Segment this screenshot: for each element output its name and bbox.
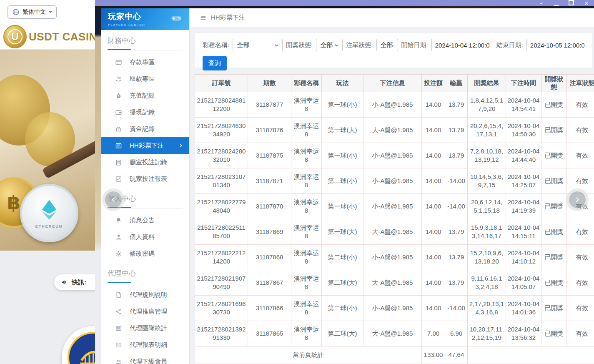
caret-down-icon bbox=[49, 11, 52, 13]
ticker-label: 快訊: bbox=[72, 279, 86, 286]
cell-lottery: 澳洲幸运8 bbox=[291, 245, 322, 270]
cell-info: 小-A盤@1.985 bbox=[363, 194, 422, 219]
brand-logo: U USDT CASINO bbox=[3, 25, 95, 48]
cell-lottery: 澳洲幸运8 bbox=[291, 168, 322, 194]
column-header: 玩法 bbox=[322, 75, 363, 92]
cell-period: 31187865 bbox=[248, 321, 291, 346]
cell-amount: 14.00 bbox=[422, 245, 445, 270]
sidebar-item[interactable]: 廳室投註記錄 bbox=[101, 154, 189, 171]
sidebar-item-label: 消息公告 bbox=[130, 216, 155, 224]
end-date-input[interactable] bbox=[526, 39, 588, 51]
cell-time: 2024-10-04 13:56:32 bbox=[506, 321, 541, 346]
cell-lottery: 澳洲幸运8 bbox=[291, 92, 322, 118]
sidebar-item-label: 資金記錄 bbox=[130, 125, 155, 133]
cell-amount: 14.00 bbox=[422, 219, 445, 245]
cell-lottery: 澳洲幸运8 bbox=[291, 321, 322, 346]
cell-draw_status: 已開獎 bbox=[541, 194, 567, 219]
sidebar-item[interactable]: 提現記錄 bbox=[101, 104, 189, 120]
cell-amount: 14.00 bbox=[422, 296, 445, 321]
cell-order: 2152172802277948040 bbox=[195, 194, 248, 219]
cell-order: 2152172802310701340 bbox=[195, 168, 248, 194]
doc-icon bbox=[115, 291, 122, 299]
column-header: 投注額 bbox=[422, 75, 445, 92]
chevron-down-icon bbox=[274, 43, 279, 48]
cell-winloss: 13.79 bbox=[445, 245, 468, 270]
globe-icon bbox=[12, 8, 20, 16]
sidebar-item-label: 取款專區 bbox=[130, 75, 155, 83]
draw-status-select[interactable]: 全部 bbox=[316, 39, 343, 51]
sidebar-item[interactable]: 代理報表明細 bbox=[101, 336, 189, 353]
sidebar-item[interactable]: 修改密碼 bbox=[101, 245, 189, 262]
sidebar-item[interactable]: 存款專區 bbox=[101, 54, 189, 70]
cell-time: 2024-10-04 14:44:40 bbox=[506, 143, 541, 168]
sidebar-item-label: 充值記錄 bbox=[130, 92, 155, 100]
sidebar-item[interactable]: 代理規則說明 bbox=[101, 286, 189, 303]
table-row: 215217280246303492031187876澳洲幸运8第一球(大)大-… bbox=[195, 118, 594, 143]
sidebar-item[interactable]: 代理推廣管理 bbox=[101, 303, 189, 320]
clipboard-icon bbox=[115, 159, 122, 166]
cell-play: 第一球(小) bbox=[322, 143, 363, 168]
sidebar-item-label: 玩家投注報表 bbox=[130, 175, 167, 183]
cell-amount: 14.00 bbox=[422, 194, 445, 219]
news-ticker[interactable]: 快訊: bbox=[54, 274, 95, 290]
sidebar-item[interactable]: 消息公告 bbox=[101, 212, 189, 228]
sidebar-item[interactable]: 代理團隊統計 bbox=[101, 320, 189, 336]
start-date-input[interactable] bbox=[431, 39, 493, 51]
cell-result: 10,14,5,3,6,9,7,15 bbox=[468, 168, 506, 194]
sidebar-item-label: HH彩票下注 bbox=[130, 142, 164, 150]
summary-win-total: 47.64 bbox=[445, 346, 468, 364]
cell-order: 2152172802488112200 bbox=[195, 92, 248, 118]
window-chevron-button[interactable] bbox=[539, 1, 544, 6]
carousel-next-button[interactable] bbox=[569, 191, 586, 208]
main-content: HH彩票下注 彩種名稱: 全部 開獎狀態: 全部 注單狀態: 全部 bbox=[190, 8, 594, 364]
carousel-prev-button[interactable] bbox=[105, 191, 122, 208]
cell-amount: 14.00 bbox=[422, 168, 445, 194]
cell-amount: 14.00 bbox=[422, 118, 445, 143]
chevron-right-icon bbox=[178, 143, 184, 148]
share-icon bbox=[115, 308, 122, 315]
column-header: 期數 bbox=[248, 75, 291, 92]
lottery-select[interactable]: 全部 bbox=[233, 39, 283, 51]
sidebar-item[interactable]: 代理下級會員 bbox=[101, 353, 189, 364]
cell-result: 9,11,6,16,13,2,4,18 bbox=[468, 270, 506, 296]
sidebar-item[interactable]: 個人資料 bbox=[101, 228, 189, 245]
cell-order: 2152172802463034920 bbox=[195, 118, 248, 143]
cell-draw_status: 已開獎 bbox=[541, 168, 567, 194]
sidebar-item[interactable]: HH彩票下注 bbox=[101, 137, 189, 154]
cell-winloss: 13.79 bbox=[445, 118, 468, 143]
cell-order: 2152172802428032010 bbox=[195, 143, 248, 168]
person-icon bbox=[115, 233, 122, 241]
sidebar-item[interactable]: 玩家投注報表 bbox=[101, 171, 189, 187]
cell-winloss: 13.79 bbox=[445, 92, 468, 118]
gear-icon bbox=[115, 250, 122, 257]
sidebar-item-label: 存款專區 bbox=[130, 58, 155, 66]
sidebar-item[interactable]: 資金記錄 bbox=[101, 120, 189, 137]
chart-icon bbox=[115, 176, 122, 183]
column-header: 輸贏 bbox=[445, 75, 468, 92]
eth-diamond-icon bbox=[38, 198, 60, 222]
cell-amount: 14.00 bbox=[422, 143, 445, 168]
sidebar-item-label: 代理團隊統計 bbox=[130, 324, 167, 332]
hamburger-icon[interactable] bbox=[200, 14, 207, 21]
sidebar-item-label: 廳室投註記錄 bbox=[130, 158, 167, 166]
cell-info: 小-A盤@1.985 bbox=[363, 168, 422, 194]
order-status-select[interactable]: 全部 bbox=[376, 39, 398, 51]
cell-lottery: 澳洲幸运8 bbox=[291, 194, 322, 219]
window-maximize-button[interactable] bbox=[569, 0, 574, 6]
language-selector[interactable]: 繁体中文 bbox=[8, 5, 57, 19]
search-button[interactable]: 查詢 bbox=[203, 56, 227, 70]
speaker-icon bbox=[60, 279, 68, 286]
filter-panel: 彩種名稱: 全部 開獎狀態: 全部 注單狀態: 全部 開始日期: 結束日期: bbox=[195, 33, 592, 68]
sidebar-item[interactable]: 充值記錄 bbox=[101, 87, 189, 104]
sidebar-item[interactable]: 取款專區 bbox=[101, 70, 189, 87]
cell-period: 31187871 bbox=[248, 168, 291, 194]
window-close-button[interactable] bbox=[584, 1, 589, 6]
draw-status-filter-label: 開獎狀態: bbox=[286, 41, 313, 49]
window-minimize-button[interactable] bbox=[554, 2, 559, 6]
content-header: HH彩票下注 bbox=[190, 8, 594, 27]
cell-info: 大-A盤@1.985 bbox=[363, 219, 422, 245]
cell-result: 15,9,3,18,13,14,16,17 bbox=[468, 219, 506, 245]
chevron-down-icon bbox=[539, 1, 544, 6]
left-edge-strip bbox=[95, 8, 101, 364]
sidebar-item-label: 代理下級會員 bbox=[130, 358, 167, 364]
